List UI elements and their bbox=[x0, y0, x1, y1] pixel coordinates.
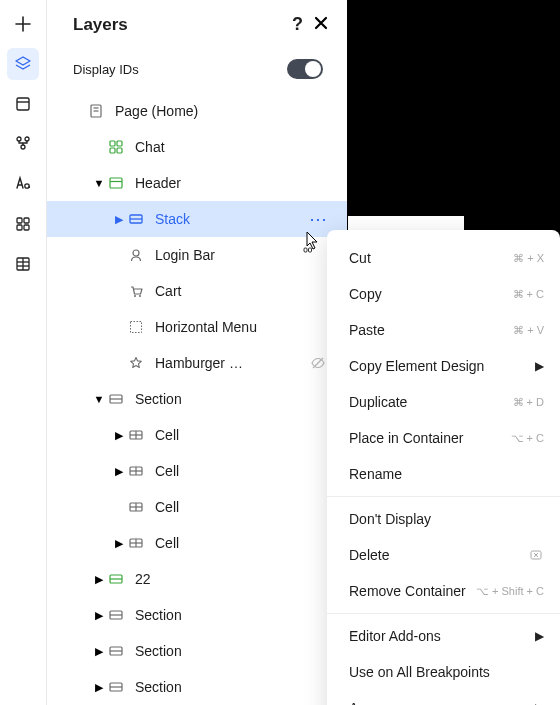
svg-rect-0 bbox=[17, 98, 29, 110]
tree-row-label: Hamburger … bbox=[155, 355, 307, 371]
menu-item-label: Arrange bbox=[349, 700, 399, 705]
tree-row[interactable]: Login Bar bbox=[47, 237, 347, 273]
apps-tool[interactable] bbox=[7, 208, 39, 240]
menu-item-label: Delete bbox=[349, 547, 389, 563]
tree-row-label: Login Bar bbox=[155, 247, 329, 263]
tree-row-label: Stack bbox=[155, 211, 307, 227]
caret-right-icon[interactable]: ▶ bbox=[111, 465, 127, 478]
section-icon bbox=[107, 606, 125, 624]
tree-row[interactable]: Chat bbox=[47, 129, 347, 165]
section-icon bbox=[107, 642, 125, 660]
tree-row[interactable]: Page (Home) bbox=[47, 93, 347, 129]
tree-row[interactable]: ▶Section bbox=[47, 669, 347, 705]
caret-right-icon[interactable]: ▶ bbox=[91, 573, 107, 586]
tree-row[interactable]: ▼Header bbox=[47, 165, 347, 201]
cell-icon bbox=[127, 426, 145, 444]
svg-point-3 bbox=[25, 137, 29, 141]
tree-row-label: Section bbox=[135, 643, 329, 659]
help-button[interactable]: ? bbox=[292, 14, 303, 35]
tree-row[interactable]: ▶Section bbox=[47, 597, 347, 633]
tree-row-label: Section bbox=[135, 679, 329, 695]
tree-row-label: Cart bbox=[155, 283, 329, 299]
menu-item-label: Paste bbox=[349, 322, 385, 338]
tree-row-label: Page (Home) bbox=[115, 103, 329, 119]
caret-right-icon[interactable]: ▶ bbox=[111, 429, 127, 442]
more-icon[interactable]: ⋯ bbox=[307, 208, 329, 230]
star-icon bbox=[127, 354, 145, 372]
menu-item-label: Use on All Breakpoints bbox=[349, 664, 490, 680]
menu-item[interactable]: Duplicate⌘ + D bbox=[327, 384, 560, 420]
section-green-icon bbox=[107, 570, 125, 588]
tree-row[interactable]: Cell bbox=[47, 489, 347, 525]
menu-shortcut: ⌘ + V bbox=[513, 324, 544, 337]
tree-row[interactable]: ▼Section bbox=[47, 381, 347, 417]
layers-icon bbox=[14, 55, 32, 73]
tree-row[interactable]: Hamburger … bbox=[47, 345, 347, 381]
display-ids-toggle[interactable] bbox=[287, 59, 323, 79]
caret-right-icon[interactable]: ▶ bbox=[91, 609, 107, 622]
tree-row[interactable]: Cart bbox=[47, 273, 347, 309]
tree-row[interactable]: ▶Cell bbox=[47, 525, 347, 561]
table-tool[interactable] bbox=[7, 248, 39, 280]
menu-icon bbox=[127, 318, 145, 336]
caret-right-icon[interactable]: ▶ bbox=[91, 681, 107, 694]
font-tool[interactable] bbox=[7, 168, 39, 200]
menu-item[interactable]: Arrange▶ bbox=[327, 690, 560, 705]
menu-item[interactable]: Remove Container⌥ + Shift + C bbox=[327, 573, 560, 609]
layers-panel: Layers ? Display IDs Page (Home)Chat▼Hea… bbox=[47, 0, 348, 705]
svg-rect-6 bbox=[17, 218, 22, 223]
menu-item[interactable]: Cut⌘ + X bbox=[327, 240, 560, 276]
tree-row[interactable]: ▶Cell bbox=[47, 417, 347, 453]
menu-shortcut: ⌘ + D bbox=[513, 396, 544, 409]
menu-item-label: Place in Container bbox=[349, 430, 463, 446]
menu-item[interactable]: Paste⌘ + V bbox=[327, 312, 560, 348]
tree-row-label: Cell bbox=[155, 427, 329, 443]
tree-row[interactable]: ▶22 bbox=[47, 561, 347, 597]
menu-item[interactable]: Don't Display bbox=[327, 501, 560, 537]
menu-shortcut: ⌘ + C bbox=[513, 288, 544, 301]
menu-item[interactable]: Delete bbox=[327, 537, 560, 573]
tree-row-label: 22 bbox=[135, 571, 329, 587]
cell-icon bbox=[127, 498, 145, 516]
master-tool[interactable] bbox=[7, 128, 39, 160]
menu-item[interactable]: Place in Container⌥ + C bbox=[327, 420, 560, 456]
menu-item[interactable]: Rename bbox=[327, 456, 560, 492]
menu-separator bbox=[327, 496, 560, 497]
tree-row-label: Section bbox=[135, 391, 329, 407]
add-tool[interactable] bbox=[7, 8, 39, 40]
svg-rect-7 bbox=[24, 218, 29, 223]
cell-icon bbox=[127, 462, 145, 480]
menu-item[interactable]: Copy Element Design▶ bbox=[327, 348, 560, 384]
menu-item[interactable]: Editor Add-ons▶ bbox=[327, 618, 560, 654]
tree-row[interactable]: ▶Stack⋯ bbox=[47, 201, 347, 237]
caret-right-icon[interactable]: ▶ bbox=[111, 537, 127, 550]
template-tool[interactable] bbox=[7, 88, 39, 120]
svg-point-5 bbox=[25, 184, 29, 188]
section-icon bbox=[107, 678, 125, 696]
tree-row-label: Horizontal Menu bbox=[155, 319, 329, 335]
panel-header: Layers ? bbox=[47, 0, 347, 45]
menu-item[interactable]: Copy⌘ + C bbox=[327, 276, 560, 312]
menu-item[interactable]: Use on All Breakpoints bbox=[327, 654, 560, 690]
tool-rail bbox=[0, 0, 47, 705]
hidden-icon[interactable] bbox=[307, 352, 329, 374]
login-icon bbox=[127, 246, 145, 264]
stack-icon bbox=[127, 210, 145, 228]
tree-row[interactable]: ▶Cell bbox=[47, 453, 347, 489]
tree-row-label: Chat bbox=[135, 139, 329, 155]
panel-title: Layers bbox=[73, 15, 128, 35]
close-button[interactable] bbox=[313, 15, 329, 35]
menu-item-label: Cut bbox=[349, 250, 371, 266]
table-icon bbox=[15, 256, 31, 272]
layers-tool[interactable] bbox=[7, 48, 39, 80]
layers-tree: Page (Home)Chat▼Header▶Stack⋯Login BarCa… bbox=[47, 93, 347, 705]
caret-right-icon[interactable]: ▶ bbox=[91, 645, 107, 658]
tree-row[interactable]: ▶Section bbox=[47, 633, 347, 669]
menu-item-label: Copy bbox=[349, 286, 382, 302]
caret-right-icon[interactable]: ▶ bbox=[111, 213, 127, 226]
tree-row[interactable]: Horizontal Menu bbox=[47, 309, 347, 345]
menu-separator bbox=[327, 613, 560, 614]
caret-down-icon[interactable]: ▼ bbox=[91, 393, 107, 405]
caret-down-icon[interactable]: ▼ bbox=[91, 177, 107, 189]
menu-item-label: Copy Element Design bbox=[349, 358, 484, 374]
